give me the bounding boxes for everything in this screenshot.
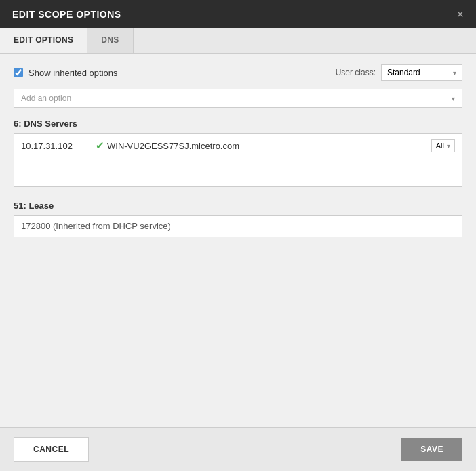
dns-servers-box: 10.17.31.102 ✔ WIN-VU2GESS77SJ.micetro.c… [14,133,462,187]
lease-box: 172800 (Inherited from DHCP service) [14,215,462,237]
show-inherited-label[interactable]: Show inherited options [14,68,118,78]
dialog-title: EDIT SCOPE OPTIONS [12,9,121,20]
chevron-down-icon: ▾ [453,69,456,77]
tab-edit-options[interactable]: EDIT OPTIONS [0,28,87,53]
save-button[interactable]: SAVE [401,438,462,461]
add-option-dropdown[interactable]: Add an option ▾ [14,89,462,108]
dns-ip: 10.17.31.102 [21,141,89,151]
user-class-label: User class: [336,68,376,77]
user-class-select[interactable]: Standard ▾ [381,64,462,81]
cancel-button[interactable]: CANCEL [14,437,89,462]
lease-title: 51: Lease [14,201,462,211]
user-class-row: User class: Standard ▾ [336,64,462,81]
dns-servers-title: 6: DNS Servers [14,119,462,129]
chevron-down-icon: ▾ [452,95,455,102]
lease-section: 51: Lease 172800 (Inherited from DHCP se… [14,201,462,237]
dialog-header: EDIT SCOPE OPTIONS × [0,0,476,28]
show-inherited-checkbox[interactable] [14,68,23,77]
add-option-row: Add an option ▾ [14,89,462,108]
dns-servers-section: 6: DNS Servers 10.17.31.102 ✔ WIN-VU2GES… [14,119,462,187]
dns-row: 10.17.31.102 ✔ WIN-VU2GESS77SJ.micetro.c… [21,139,455,152]
edit-scope-options-dialog: EDIT SCOPE OPTIONS × EDIT OPTIONS DNS Sh… [0,0,476,471]
dns-server: ✔ WIN-VU2GESS77SJ.micetro.com [96,140,424,152]
close-button[interactable]: × [456,8,464,20]
tab-dns[interactable]: DNS [87,28,133,53]
chevron-down-icon: ▾ [447,142,450,150]
options-row: Show inherited options User class: Stand… [14,64,462,81]
check-icon: ✔ [96,140,104,152]
tab-bar: EDIT OPTIONS DNS [0,28,476,54]
dialog-footer: CANCEL SAVE [0,427,476,471]
dialog-body: Show inherited options User class: Stand… [0,54,476,427]
all-select-dropdown[interactable]: All ▾ [431,139,455,152]
